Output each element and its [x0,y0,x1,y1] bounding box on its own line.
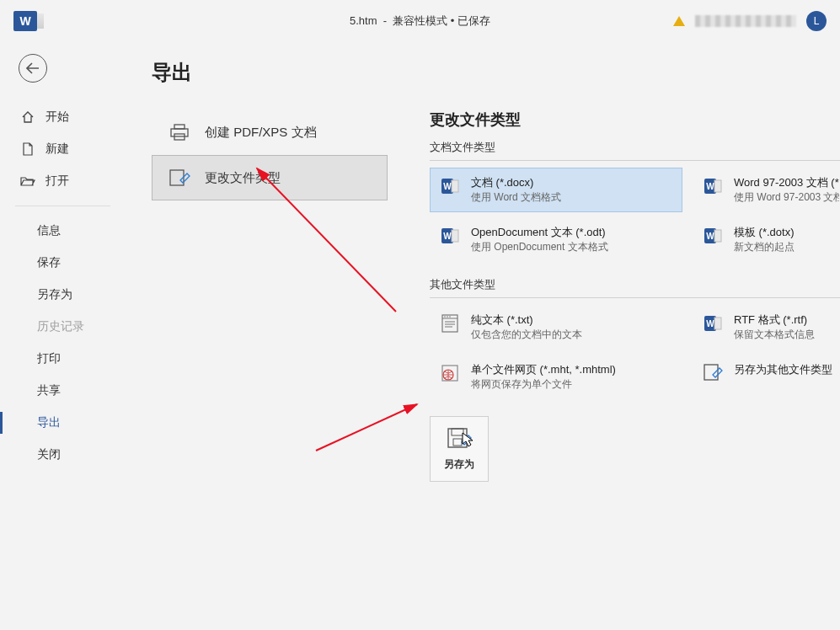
text-file-icon [439,312,461,334]
sidebar-label: 保存 [37,255,61,270]
account-name-redacted [695,15,796,27]
filetype-docx[interactable]: W 文档 (*.docx)使用 Word 文档格式 [430,168,682,212]
titlebar: W 5.htm - 兼容性模式 • 已保存 L [0,0,840,42]
save-disk-icon [447,427,472,451]
export-option-changetype[interactable]: 更改文件类型 [152,155,388,200]
printer-icon [168,122,191,142]
sidebar-item-save[interactable]: 保存 [0,247,126,279]
page-title: 导出 [152,59,840,86]
change-file-type-pane: 更改文件类型 文档文件类型 W 文档 (*.docx)使用 Word 文档格式 … [430,109,840,482]
svg-rect-32 [453,439,462,446]
sidebar-item-close[interactable]: 关闭 [0,439,126,471]
svg-rect-4 [171,129,188,136]
filetype-txt[interactable]: 纯文本 (*.txt)仅包含您的文档中的文本 [430,305,682,350]
rtf-file-icon: W [702,312,724,334]
sidebar-item-info[interactable]: 信息 [0,215,126,247]
svg-point-22 [447,316,448,318]
group-header-other: 其他文件类型 [430,277,840,298]
sidebar-item-home[interactable]: 开始 [0,101,126,133]
svg-point-21 [444,316,446,318]
folder-open-icon [20,174,35,189]
svg-rect-31 [452,429,463,435]
svg-rect-13 [714,180,721,192]
sidebar-label: 开始 [45,109,69,125]
filetype-dotx[interactable]: W 模板 (*.dotx)新文档的起点 [693,217,840,262]
svg-rect-19 [714,230,721,242]
svg-text:W: W [443,182,452,191]
back-button[interactable] [19,54,47,83]
home-icon [20,109,35,125]
sidebar-label: 关闭 [37,447,61,462]
new-file-icon [20,141,35,157]
main-pane: 导出 创建 PDF/XPS 文档 更改文件类型 更改文件类型 文档文件类型 W … [126,42,840,630]
export-option-label: 更改文件类型 [205,170,281,186]
sidebar-item-open[interactable]: 打开 [0,165,126,197]
sidebar-item-saveas[interactable]: 另存为 [0,279,126,311]
svg-text:W: W [706,232,714,241]
sidebar-label: 导出 [37,415,61,430]
sidebar-label: 历史记录 [37,319,84,334]
svg-rect-20 [442,315,457,332]
svg-rect-10 [452,180,458,192]
word-template-icon: W [702,225,724,247]
svg-rect-7 [170,170,184,185]
word-doc-icon: W [702,175,724,197]
saveas-button[interactable]: 另存为 [430,416,489,482]
svg-point-23 [449,316,451,318]
sidebar-label: 共享 [37,383,61,398]
sidebar-item-print[interactable]: 打印 [0,343,126,375]
web-file-icon [439,362,461,384]
svg-rect-26 [714,318,721,329]
change-type-icon [168,168,191,188]
svg-text:W: W [443,232,452,241]
word-app-icon: W [13,11,37,31]
export-option-label: 创建 PDF/XPS 文档 [205,125,317,141]
sidebar-item-share[interactable]: 共享 [0,375,126,407]
save-as-other-icon [702,362,724,384]
sidebar-label: 信息 [37,223,61,238]
export-option-pdfxps[interactable]: 创建 PDF/XPS 文档 [152,109,388,155]
svg-line-34 [316,404,417,451]
word-doc-icon: W [439,175,461,197]
filetype-doc97[interactable]: W Word 97-2003 文档 (*.doc)使用 Word 97-2003… [693,168,840,212]
sidebar-item-export[interactable]: 导出 [0,407,126,439]
saveas-label: 另存为 [444,457,474,472]
filetype-other[interactable]: 另存为其他文件类型 [693,355,840,399]
section-title: 更改文件类型 [430,109,840,130]
filetype-rtf[interactable]: W RTF 格式 (*.rtf)保留文本格式信息 [693,305,840,350]
svg-rect-16 [452,230,458,242]
filetype-mht[interactable]: 单个文件网页 (*.mht, *.mhtml)将网页保存为单个文件 [430,355,682,399]
sidebar-label: 新建 [45,141,69,157]
sidebar-item-history: 历史记录 [0,311,126,343]
group-header-document: 文档文件类型 [430,140,840,161]
sidebar-label: 打印 [37,351,61,366]
word-doc-icon: W [439,225,461,247]
sidebar-item-new[interactable]: 新建 [0,133,126,165]
export-option-list: 创建 PDF/XPS 文档 更改文件类型 [152,109,388,200]
backstage-sidebar: 开始 新建 打开 信息 保存 另存为 历史记录 打印 共享 导出 关闭 [0,42,126,630]
sidebar-label: 另存为 [37,287,72,302]
sidebar-label: 打开 [45,174,69,189]
svg-text:W: W [706,182,714,191]
warning-icon [673,16,685,26]
user-avatar[interactable]: L [806,11,827,31]
svg-rect-5 [174,125,185,129]
svg-text:W: W [706,319,714,328]
filetype-odt[interactable]: W OpenDocument 文本 (*.odt)使用 OpenDocument… [430,217,682,262]
